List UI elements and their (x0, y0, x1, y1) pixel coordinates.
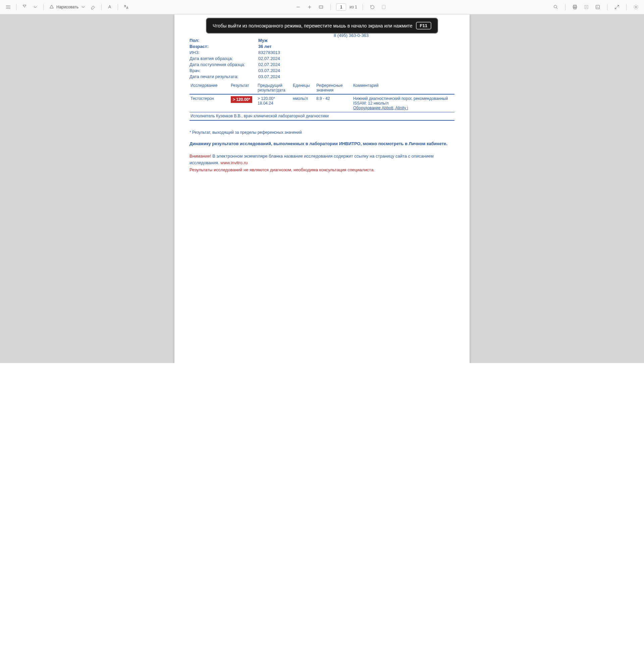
chevron-down-icon (81, 4, 86, 10)
fit-icon[interactable] (317, 3, 325, 11)
svg-point-11 (635, 6, 637, 8)
svg-rect-6 (573, 5, 576, 6)
table-row: Тестостерон > 120.00* > 120.00* 18.04.24… (190, 94, 454, 112)
search-icon[interactable] (552, 3, 560, 11)
info-value: 02.07.2024 (258, 56, 280, 61)
separator (330, 4, 331, 10)
svg-rect-4 (382, 5, 385, 9)
draw-button[interactable]: Нарисовать (48, 4, 87, 10)
equipment: Оборудование Abbott, Alinity i (353, 105, 408, 110)
info-row: Пол:Муж (190, 38, 454, 43)
info-row: Дата поступления образца:02.07.2024 (190, 62, 454, 67)
settings-icon[interactable] (632, 3, 640, 11)
translate-icon[interactable] (122, 3, 130, 11)
cell-units: нмоль/л (292, 94, 315, 112)
info-row: ИНЗ:832783013 (190, 50, 454, 55)
highlight-chevron-icon[interactable] (31, 3, 39, 11)
draw-label: Нарисовать (56, 5, 79, 9)
separator (565, 4, 565, 10)
col-ref: Референсные значения (315, 82, 352, 94)
info-value: 03.07.2024 (258, 68, 280, 73)
svg-point-1 (10, 7, 10, 7)
info-row: Возраст:36 лет (190, 44, 454, 49)
cell-comment: Нижний диагностический порог, рекомендов… (352, 94, 454, 112)
col-result: Результат (230, 82, 256, 94)
text-icon[interactable] (106, 3, 114, 11)
col-comment: Комментарий (352, 82, 454, 94)
fullscreen-banner: Чтобы выйти из полноэкранного режима, пе… (206, 18, 438, 34)
separator (363, 4, 363, 10)
info-row: Врач:03.07.2024 (190, 68, 454, 73)
separator (101, 4, 102, 10)
info-value: 02.07.2024 (258, 62, 280, 67)
svg-rect-8 (574, 7, 576, 9)
info-label: Возраст: (190, 44, 258, 49)
zoom-in-icon[interactable] (306, 3, 314, 11)
col-units: Единицы (292, 82, 315, 94)
separator (118, 4, 118, 10)
sidebar-toggle-icon[interactable] (4, 3, 12, 11)
info-label: Дата взятия образца: (190, 56, 258, 61)
rotate-icon[interactable] (368, 3, 376, 11)
disclaimer: Результаты исследований не являются диаг… (190, 167, 454, 172)
info-value: 832783013 (258, 50, 280, 55)
info-label: Врач: (190, 68, 258, 73)
page-total-label: из 1 (350, 5, 357, 9)
document-page: СТАНИСЛАВ Легат ООО 8 (495) 363-0-363 По… (174, 14, 470, 363)
separator (626, 4, 627, 10)
info-label: ИНЗ: (190, 50, 258, 55)
separator (16, 4, 16, 10)
col-prev: Предыдущий результат/дата (256, 82, 292, 94)
info-value: 03.07.2024 (258, 74, 280, 79)
attention-link[interactable]: www.invitro.ru (220, 160, 247, 165)
svg-point-0 (10, 5, 10, 6)
info-value: 36 лет (258, 44, 272, 49)
cell-prev: > 120.00* 18.04.24 (256, 94, 292, 112)
clinic-phone: 8 (495) 363-0-363 (334, 33, 454, 38)
performer: Исполнитель Кузенков В.В., врач клиничес… (190, 112, 454, 121)
highlight-icon[interactable] (21, 3, 29, 11)
col-test: Исследование (190, 82, 230, 94)
attention-label: Внимание! (190, 154, 211, 159)
results-table: Исследование Результат Предыдущий резуль… (190, 82, 454, 112)
svg-point-2 (10, 8, 10, 8)
info-label: Пол: (190, 38, 258, 43)
page-number-input[interactable] (336, 3, 346, 11)
banner-key: F11 (416, 22, 431, 30)
svg-rect-9 (585, 5, 588, 9)
print-icon[interactable] (571, 3, 579, 11)
annotate-icon[interactable] (594, 3, 602, 11)
fullscreen-icon[interactable] (613, 3, 621, 11)
draw-icon (49, 4, 54, 10)
attention-block: Внимание! В электронном экземпляре бланк… (190, 153, 454, 166)
zoom-out-icon[interactable] (294, 3, 302, 11)
info-label: Дата печати результата: (190, 74, 258, 79)
info-row: Дата взятия образца:02.07.2024 (190, 56, 454, 61)
pdf-toolbar: Нарисовать из 1 (0, 0, 644, 14)
separator (43, 4, 44, 10)
cell-result: > 120.00* (230, 94, 256, 112)
cell-test: Тестостерон (190, 94, 230, 112)
banner-text: Чтобы выйти из полноэкранного режима, пе… (213, 23, 412, 29)
separator (607, 4, 607, 10)
info-label: Дата поступления образца: (190, 62, 258, 67)
page-view-icon[interactable] (380, 3, 388, 11)
cell-ref: 8.9 - 42 (315, 94, 352, 112)
asterisk-note: * Результат, выходящий за пределы рефере… (190, 130, 454, 135)
svg-point-5 (554, 5, 557, 8)
dynamic-note: Динамику результатов исследований, выпол… (190, 141, 454, 147)
pdf-viewer: Чтобы выйти из полноэкранного режима, пе… (0, 14, 644, 363)
info-value: Муж (258, 38, 267, 43)
info-row: Дата печати результата:03.07.2024 (190, 74, 454, 79)
erase-icon[interactable] (89, 3, 97, 11)
save-icon[interactable] (582, 3, 590, 11)
